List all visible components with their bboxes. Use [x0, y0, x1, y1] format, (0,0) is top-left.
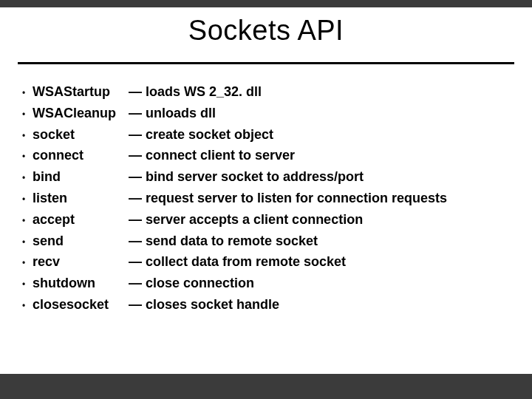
- list-item: •accept— server accepts a client connect…: [22, 209, 517, 231]
- api-function-name: recv: [33, 251, 129, 273]
- api-function-desc: — unloads dll: [129, 103, 517, 124]
- api-function-desc: — closes socket handle: [129, 294, 517, 316]
- api-function-desc: — bind server socket to address/port: [129, 166, 517, 188]
- list-item: •recv— collect data from remote socket: [22, 251, 517, 273]
- bullet-icon: •: [22, 298, 33, 315]
- bottom-bar: [0, 374, 532, 399]
- bullet-icon: •: [22, 170, 33, 187]
- api-function-name: bind: [33, 166, 129, 188]
- api-function-name: WSACleanup: [33, 103, 129, 124]
- list-item: •listen— request server to listen for co…: [22, 188, 517, 209]
- api-function-name: socket: [33, 124, 129, 146]
- api-function-desc: — connect client to server: [129, 145, 517, 166]
- bullet-icon: •: [22, 128, 33, 145]
- api-function-desc: — send data to remote socket: [129, 231, 517, 252]
- list-item: •shutdown— close connection: [22, 273, 517, 294]
- api-function-desc: — loads WS 2_32. dll: [129, 81, 517, 103]
- bullet-icon: •: [22, 149, 33, 166]
- slide-title: Sockets API: [188, 15, 344, 46]
- api-function-name: send: [33, 231, 129, 252]
- slide: Sockets API •WSAStartup— loads WS 2_32. …: [0, 0, 532, 399]
- api-function-name: shutdown: [33, 273, 129, 294]
- api-function-name: connect: [33, 145, 129, 166]
- list-item: •connect— connect client to server: [22, 145, 517, 166]
- api-function-name: closesocket: [33, 294, 129, 316]
- title-underline: [18, 62, 514, 64]
- list-item: •bind— bind server socket to address/por…: [22, 166, 517, 188]
- api-function-desc: — close connection: [129, 273, 517, 294]
- bullet-icon: •: [22, 213, 33, 230]
- bullet-icon: •: [22, 276, 33, 293]
- list-item: •WSAStartup— loads WS 2_32. dll: [22, 81, 517, 103]
- bullet-icon: •: [22, 85, 33, 102]
- api-function-desc: — request server to listen for connectio…: [129, 188, 517, 209]
- api-function-name: WSAStartup: [33, 81, 129, 103]
- api-function-desc: — server accepts a client connection: [129, 209, 517, 231]
- bullet-icon: •: [22, 191, 33, 208]
- api-function-desc: — collect data from remote socket: [129, 251, 517, 273]
- api-function-name: listen: [33, 188, 129, 209]
- list-item: •socket— create socket object: [22, 124, 517, 146]
- list-item: •send— send data to remote socket: [22, 231, 517, 252]
- bullet-icon: •: [22, 255, 33, 272]
- api-function-desc: — create socket object: [129, 124, 517, 146]
- list-item: •WSACleanup— unloads dll: [22, 103, 517, 124]
- bullet-icon: •: [22, 106, 33, 123]
- bullet-icon: •: [22, 234, 33, 251]
- list-item: •closesocket— closes socket handle: [22, 294, 517, 316]
- top-bar: [0, 0, 532, 7]
- api-function-name: accept: [33, 209, 129, 231]
- title-wrap: Sockets API: [0, 15, 532, 47]
- content-list: •WSAStartup— loads WS 2_32. dll•WSAClean…: [22, 81, 517, 316]
